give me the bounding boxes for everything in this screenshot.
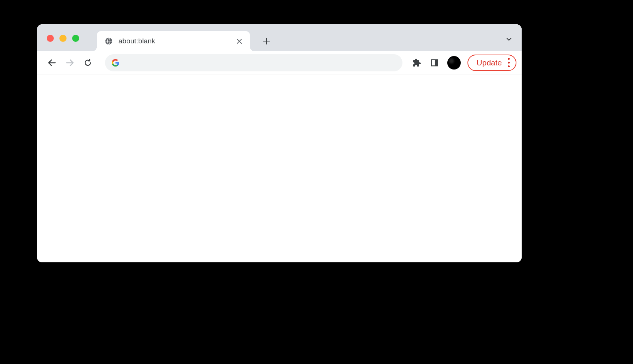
globe-icon [104, 37, 113, 46]
chevron-down-icon [506, 36, 512, 43]
svg-rect-2 [435, 59, 438, 66]
page-content [37, 74, 522, 262]
close-tab-button[interactable] [235, 37, 243, 45]
back-button[interactable] [44, 55, 59, 70]
tabs-dropdown-button[interactable] [504, 35, 513, 44]
extensions-button[interactable] [409, 55, 424, 70]
window-controls [47, 35, 79, 42]
close-icon [237, 38, 242, 44]
address-input[interactable] [124, 59, 396, 67]
reload-icon [83, 58, 92, 67]
tab-strip: about:blank [37, 24, 522, 51]
window-maximize-button[interactable] [72, 35, 79, 42]
toolbar: Update [37, 51, 522, 74]
update-label: Update [476, 58, 502, 67]
address-bar[interactable] [105, 54, 402, 71]
window-close-button[interactable] [47, 35, 54, 42]
google-g-icon [111, 58, 120, 67]
browser-tab[interactable]: about:blank [97, 31, 250, 51]
profile-avatar[interactable] [447, 56, 461, 70]
plus-icon [263, 37, 270, 45]
forward-button[interactable] [62, 55, 77, 70]
tab-title: about:blank [118, 37, 230, 45]
reload-button[interactable] [80, 55, 95, 70]
more-icon [508, 58, 510, 67]
side-panel-icon [430, 59, 439, 67]
arrow-right-icon [65, 58, 75, 68]
browser-window: about:blank [37, 24, 522, 262]
new-tab-button[interactable] [259, 34, 274, 49]
arrow-left-icon [47, 58, 57, 68]
update-button[interactable]: Update [467, 55, 516, 71]
puzzle-piece-icon [412, 58, 421, 67]
window-minimize-button[interactable] [59, 35, 67, 42]
side-panel-button[interactable] [427, 55, 442, 70]
